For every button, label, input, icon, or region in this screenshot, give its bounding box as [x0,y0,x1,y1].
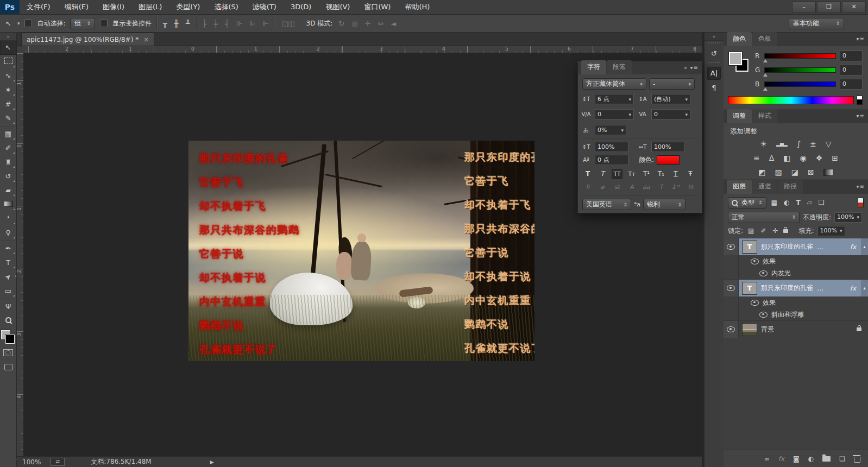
blue-value[interactable]: 0 [840,79,863,90]
dodge-tool-button[interactable]: ♀ [0,226,16,240]
ot-ordinals-button[interactable]: 1ˢᵗ [670,183,681,192]
tab-swatches[interactable]: 色板 [752,32,777,46]
layer-row-background[interactable]: 背景 [724,320,868,338]
leading-field[interactable]: (自动)▾ [651,94,690,104]
filter-type-layers-icon[interactable]: T [794,199,802,206]
panel-collapse-icon[interactable]: » [684,65,688,71]
selective-color-icon[interactable]: ⊠ [808,167,814,177]
auto-select-dropdown[interactable]: 组⇕ [70,18,95,29]
black-swatch[interactable] [857,99,863,105]
distribute-center-icon[interactable]: ⊫ [248,20,256,28]
status-options-icon[interactable]: ⇄ [51,458,65,466]
hand-tool-button[interactable]: Ψ [0,300,16,314]
collapse-effects-icon[interactable]: ▴ [861,238,868,255]
tab-channels[interactable]: 通道 [752,180,777,194]
history-brush-tool-button[interactable]: ↺ [0,169,16,184]
distribute-widths-icon[interactable]: ◫◫ [280,20,296,28]
subscript-button[interactable]: T₁ [656,169,666,179]
close-button[interactable]: ✕ [842,1,866,13]
effects-row[interactable]: 效果 [724,296,868,308]
vibrance-icon[interactable]: ▽ [826,139,832,149]
layer-row-text-1[interactable]: T 那只东印度的孔雀 … fx ▴ [724,238,868,255]
curves-icon[interactable]: ∫ [797,139,801,149]
distribute-bottom-icon[interactable]: ⊩ [262,20,270,28]
tab-paragraph[interactable]: 段落 [607,60,632,74]
workspace-switcher[interactable]: 基本功能⇕ [789,18,844,29]
tracking-field[interactable]: 0▾ [651,109,690,119]
menu-select[interactable]: 选择(S) [207,0,245,14]
lock-move-icon[interactable]: ✛ [771,227,779,235]
black-white-icon[interactable]: ◧ [783,153,790,163]
menu-edit[interactable]: 编辑(E) [58,0,96,14]
eye-icon[interactable] [751,300,759,306]
marquee-tool-button[interactable] [0,55,16,69]
visibility-cell[interactable] [724,238,739,255]
hue-saturation-icon[interactable]: ≡ [753,153,760,163]
quick-mask-button[interactable] [0,345,16,359]
opacity-value[interactable]: 100%▾ [834,212,862,223]
ot-alternates-button[interactable]: aa [641,183,652,192]
filter-shape-layers-icon[interactable]: ▱ [806,199,814,206]
paragraph-panel-icon[interactable]: ¶ [707,81,721,94]
healing-brush-tool-button[interactable]: ▦ [0,127,16,141]
tool-preset-caret-icon[interactable]: ▾ [17,21,20,26]
tab-paths[interactable]: 路径 [778,180,803,194]
ot-discretionary-button[interactable]: st [612,183,622,192]
clone-stamp-tool-button[interactable]: ♜ [0,155,16,169]
ot-contextual-button[interactable]: ø [597,183,608,192]
link-layers-icon[interactable]: ∞ [764,455,770,463]
slider-thumb[interactable] [763,59,768,62]
small-caps-button[interactable]: Tᴛ [626,169,637,179]
fx-badge[interactable]: fx [850,243,857,251]
menu-view[interactable]: 视图(V) [318,0,357,14]
underline-button[interactable]: T [670,169,681,179]
font-size-field[interactable]: 6 点▾ [595,94,634,104]
show-transform-checkbox[interactable] [100,20,108,27]
threshold-icon[interactable]: ◪ [791,167,798,177]
panel-menu-icon[interactable]: ▾≡ [690,65,699,71]
menu-help[interactable]: 帮助(H) [398,0,437,14]
crop-tool-button[interactable]: # [0,97,16,111]
panel-menu-icon[interactable]: ▾≡ [857,184,865,190]
visibility-cell[interactable] [724,321,739,338]
text-layer-thumbnail[interactable]: T [742,282,757,295]
filter-smart-object-icon[interactable]: ❏ [817,199,826,206]
ot-ligatures-button[interactable]: fi [582,183,593,192]
menu-file[interactable]: 文件(F) [20,0,58,14]
new-group-icon[interactable] [822,456,831,462]
pen-tool-button[interactable]: ✒ [0,242,16,256]
red-slider[interactable] [764,53,836,59]
move-tool-button[interactable]: ↖ [0,41,16,55]
antialias-dropdown[interactable]: 锐利⇕ [643,199,685,210]
menu-type[interactable]: 类型(Y) [169,0,207,14]
eye-icon[interactable] [759,270,768,276]
panel-menu-icon[interactable]: ▾≡ [857,113,865,119]
eye-icon[interactable] [751,258,759,264]
lock-paint-icon[interactable]: ✐ [759,227,768,235]
dock-collapse-button[interactable]: « [705,33,724,41]
visibility-cell[interactable] [724,280,739,296]
bevel-emboss-effect-row[interactable]: 斜面和浮雕 [724,308,868,320]
delete-layer-icon[interactable] [854,457,860,463]
lasso-tool-button[interactable]: ∿ [0,69,16,83]
slider-thumb[interactable] [763,73,768,77]
tab-styles[interactable]: 样式 [752,109,777,123]
text-color-swatch[interactable] [657,155,680,165]
menu-filter[interactable]: 滤镜(T) [246,0,284,14]
layer-filter-dropdown[interactable]: 类型⇕ [728,197,766,209]
zoom-tool-button[interactable] [0,314,16,328]
tsume-field[interactable]: 0%▾ [595,125,626,135]
inner-glow-effect-row[interactable]: 内发光 [724,267,868,279]
tab-close-icon[interactable]: × [143,34,149,46]
menu-3d[interactable]: 3D(D) [284,0,318,14]
collapse-effects-icon[interactable]: ▴ [861,280,868,296]
text-layer-thumbnail[interactable]: T [742,241,757,254]
all-caps-button[interactable]: TT [612,169,622,179]
color-lookup-icon[interactable]: ⊞ [832,153,838,163]
new-adjustment-layer-icon[interactable]: ◐ [808,455,814,463]
font-family-dropdown[interactable]: 方正藏体简体▾ [582,78,646,90]
move-tool-preset-icon[interactable]: ↖ [4,20,12,28]
3d-rotate-icon[interactable]: ↻ [337,20,345,28]
gradient-tool-button[interactable] [0,198,16,212]
filter-adjustment-layers-icon[interactable]: ◐ [782,199,791,206]
